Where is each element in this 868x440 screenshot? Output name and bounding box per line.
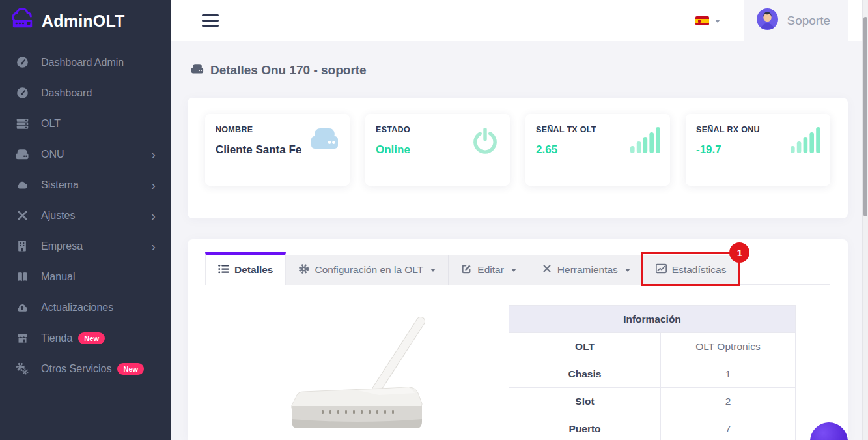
- app-window: AdminOLT Dashboard Admin Dashboard OLT: [0, 0, 868, 440]
- sidebar-item-label: Dashboard Admin: [41, 57, 124, 68]
- tab-configuracion-olt[interactable]: Configuración en la OLT: [286, 255, 449, 285]
- cloud-upload-icon: [14, 301, 30, 314]
- table-row: Slot 2: [509, 388, 796, 415]
- cloud-icon: [14, 179, 30, 192]
- sidebar-item-label: Actualizaciones: [41, 302, 113, 314]
- chevron-right-icon: ›: [151, 209, 156, 222]
- tools-icon: [14, 209, 30, 222]
- sidebar-item-label: ONU: [41, 149, 64, 160]
- main-area: Soporte Detalles Onu 170 - soporte NOMBR…: [171, 0, 868, 440]
- sidebar: AdminOLT Dashboard Admin Dashboard OLT: [0, 0, 171, 440]
- tab-detalles[interactable]: Detalles: [205, 252, 286, 285]
- annotation-step-badge: 1: [729, 242, 749, 263]
- caret-down-icon: [625, 269, 630, 274]
- sidebar-item-onu[interactable]: ONU ›: [0, 139, 171, 169]
- sidebar-item-label: Sistema: [41, 179, 79, 191]
- table-row: Puerto 7: [509, 415, 796, 440]
- info-table: Información OLT OLT Optronics Chasis 1: [509, 305, 796, 440]
- spain-flag-icon: [695, 16, 709, 25]
- page-title-text: Detalles Onu 170 - soporte: [210, 63, 367, 78]
- info-key: Chasis: [509, 360, 661, 388]
- caret-down-icon: [430, 269, 436, 274]
- tab-strip: Detalles Configuración en la OLT Edit: [205, 252, 830, 285]
- tab-label: Herramientas: [557, 264, 618, 276]
- sidebar-item-label: Manual: [41, 271, 75, 283]
- scrollbar: [862, 0, 868, 440]
- chevron-right-icon: ›: [151, 179, 156, 192]
- info-value: 1: [661, 360, 796, 388]
- info-value: 2: [661, 388, 796, 415]
- book-icon: [14, 271, 30, 284]
- info-key: Slot: [509, 388, 661, 415]
- chart-line-icon: [656, 263, 667, 276]
- page-title: Detalles Onu 170 - soporte: [190, 63, 848, 78]
- topbar-right: Soporte: [695, 0, 868, 41]
- onu-device-icon: [190, 63, 204, 78]
- stat-card-senal-rx-onu: SEÑAL RX ONU -19.7: [686, 114, 830, 186]
- sidebar-item-tienda[interactable]: Tienda New: [0, 323, 171, 353]
- tab-label: Configuración en la OLT: [315, 264, 423, 276]
- sidebar-item-dashboard[interactable]: Dashboard: [0, 78, 171, 108]
- store-icon: [14, 332, 30, 345]
- onu-device-icon: [309, 126, 340, 154]
- tab-estadisticas[interactable]: Estadísticas 1: [643, 255, 740, 285]
- sidebar-item-dashboard-admin[interactable]: Dashboard Admin: [0, 47, 171, 78]
- user-name: Soporte: [787, 14, 830, 28]
- info-value: 7: [661, 415, 796, 440]
- building-icon: [14, 239, 30, 253]
- tab-label: Estadísticas: [672, 264, 727, 276]
- sidebar-item-olt[interactable]: OLT: [0, 108, 171, 139]
- power-icon: [470, 126, 500, 159]
- sidebar-item-otros-servicios[interactable]: Otros Servicios New: [0, 353, 171, 384]
- signal-bars-icon: [791, 126, 820, 156]
- info-table-header: Información: [509, 306, 796, 333]
- sidebar-item-actualizaciones[interactable]: Actualizaciones: [0, 292, 171, 323]
- sidebar-item-label: Tienda: [41, 332, 72, 344]
- sidebar-item-label: Otros Servicios: [41, 363, 111, 375]
- user-menu[interactable]: Soporte: [744, 0, 848, 41]
- brand[interactable]: AdminOLT: [0, 0, 171, 42]
- table-row: Chasis 1: [509, 360, 796, 388]
- scrollbar-thumb[interactable]: [863, 17, 867, 216]
- sidebar-item-label: Ajustes: [41, 210, 75, 222]
- list-icon: [218, 264, 229, 276]
- edit-icon: [461, 263, 472, 277]
- sidebar-item-label: Dashboard: [41, 87, 92, 99]
- sidebar-item-empresa[interactable]: Empresa ›: [0, 231, 171, 261]
- stat-card-senal-tx-olt: SEÑAL TX OLT 2.65: [525, 114, 670, 186]
- sidebar-item-label: Empresa: [41, 241, 83, 252]
- caret-down-icon: [511, 269, 516, 274]
- new-badge: New: [78, 332, 105, 344]
- brand-name: AdminOLT: [42, 12, 125, 31]
- tab-editar[interactable]: Editar: [449, 255, 529, 285]
- gear-icon: [298, 263, 309, 277]
- stat-card-estado: ESTADO Online: [365, 114, 510, 186]
- brand-logo-icon: [8, 8, 37, 34]
- gears-icon: [14, 362, 30, 375]
- tab-content: Información OLT OLT Optronics Chasis 1: [205, 285, 830, 440]
- caret-down-icon: [715, 20, 720, 25]
- tab-label: Detalles: [234, 264, 273, 276]
- sidebar-item-manual[interactable]: Manual: [0, 261, 171, 292]
- signal-bars-icon: [630, 126, 660, 156]
- info-key: Puerto: [509, 415, 661, 440]
- stat-card-nombre: NOMBRE Cliente Santa Fe: [205, 114, 350, 186]
- sidebar-item-sistema[interactable]: Sistema ›: [0, 169, 171, 200]
- gauge-icon: [14, 55, 30, 69]
- new-badge: New: [117, 363, 144, 375]
- menu-toggle-button[interactable]: [202, 11, 219, 30]
- page-content: Detalles Onu 170 - soporte NOMBRE Client…: [171, 41, 868, 440]
- chevron-right-icon: ›: [151, 240, 156, 253]
- sidebar-item-ajustes[interactable]: Ajustes ›: [0, 200, 171, 231]
- topbar: Soporte: [171, 0, 868, 41]
- onu-device-icon: [14, 148, 30, 161]
- gauge-icon: [14, 86, 30, 100]
- tools-icon: [542, 263, 552, 276]
- sidebar-item-label: OLT: [41, 118, 61, 130]
- table-row: OLT OLT Optronics: [509, 333, 796, 360]
- tab-herramientas[interactable]: Herramientas: [529, 255, 643, 285]
- info-value: OLT Optronics: [661, 333, 796, 360]
- chevron-right-icon: ›: [151, 148, 156, 161]
- language-selector[interactable]: [695, 16, 720, 25]
- sidebar-nav: Dashboard Admin Dashboard OLT ONU ›: [0, 42, 171, 384]
